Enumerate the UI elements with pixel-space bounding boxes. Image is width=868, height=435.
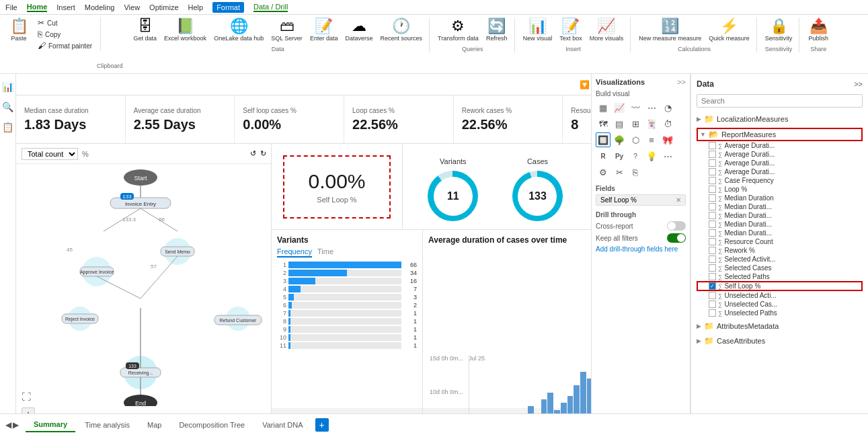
data-item-checkbox[interactable] [709,238,716,245]
data-item[interactable]: ∑Median Durati... [697,202,863,211]
data-item[interactable]: ∑Unselected Cas... [697,300,863,309]
sidebar-model-icon[interactable]: 📋 [0,120,15,134]
menu-modeling[interactable]: Modeling [85,3,115,11]
tab-summary[interactable]: Summary [26,418,75,432]
tab-time[interactable]: Time [317,247,333,258]
data-item-checkbox[interactable] [709,212,716,219]
menu-optimize[interactable]: Optimize [149,3,178,11]
localization-group-header[interactable]: ▶ 📁 LocalizationMeasures [697,113,863,125]
viz-icon-funnel[interactable]: ⬡ [628,132,643,147]
viz-icon-cut[interactable]: ✂ [612,165,627,180]
publish-button[interactable]: 📤 Publish [805,17,832,43]
viz-icon-more[interactable]: ⋯ [660,149,675,163]
data-item[interactable]: ∑Median Durati... [697,211,863,220]
more-visuals-button[interactable]: 📈 More visuals [587,17,627,43]
field-remove-icon[interactable]: ✕ [676,196,681,204]
sensitivity-button[interactable]: 🔒 Sensitivity [762,17,795,43]
viz-icon-gauge[interactable]: ⏱ [660,116,675,131]
data-item[interactable]: ∑Average Durati... [697,141,863,150]
tab-prev-arrow[interactable]: ◀ [5,420,11,430]
viz-icon-decomp[interactable]: 🌳 [612,132,627,147]
data-item[interactable]: ∑Average Durati... [697,150,863,159]
menu-format[interactable]: Format [212,2,244,13]
dataverse-button[interactable]: ☁ Dataverse [342,17,375,43]
viz-icon-custom[interactable]: 🔲 [596,132,610,147]
viz-icon-card[interactable]: 🃏 [644,116,659,131]
data-item-checkbox[interactable] [709,142,716,149]
data-item[interactable]: ∑Selected Activit... [697,255,863,264]
tab-next-arrow[interactable]: ▶ [13,420,19,430]
viz-icon-scatter[interactable]: ⋯ [644,100,659,115]
sql-button[interactable]: 🗃 SQL Server [268,17,305,43]
data-item-checkbox[interactable] [709,203,716,210]
new-measure-button[interactable]: 🔢 New measure measure [636,17,704,43]
data-item[interactable]: ∑Loop % [697,185,863,194]
data-item-checkbox[interactable] [709,151,716,158]
tab-decomposition-tree[interactable]: Decomposition Tree [171,418,253,432]
get-data-button[interactable]: 🗄 Get data [131,17,160,43]
fullscreen-button[interactable]: ⛶ [22,391,35,402]
menu-help[interactable]: Help [188,3,204,11]
excel-button[interactable]: 📗 Excel workbook [161,17,209,43]
viz-icon-waterfall[interactable]: ≡ [644,132,659,147]
viz-icon-r[interactable]: R [596,149,610,163]
data-item-checkbox[interactable] [709,292,716,299]
case-group-header[interactable]: ▶ 📁 CaseAttributes [697,335,863,347]
attributes-group-header[interactable]: ▶ 📁 AttributesMetadata [697,320,863,332]
data-item-checkbox[interactable] [709,273,716,280]
viz-icon-qna[interactable]: ? [628,149,643,163]
format-painter-button[interactable]: 🖌 Format painter [35,40,95,51]
copy-button[interactable]: ⎘ Copy [35,29,95,40]
keep-all-toggle[interactable] [667,233,686,243]
data-item-checkbox[interactable]: ✓ [709,282,716,290]
text-box-button[interactable]: 📝 Text box [557,17,585,43]
viz-icon-copy2[interactable]: ⎘ [628,165,643,180]
viz-icon-ribbon[interactable]: 🎀 [660,132,675,147]
data-item[interactable]: ∑Selected Paths [697,272,863,281]
sidebar-report-icon[interactable]: 📊 [0,79,15,94]
data-item-checkbox[interactable] [709,264,716,272]
data-item[interactable]: ∑Median Durati... [697,220,863,229]
new-visual-button[interactable]: 📊 New visual [520,17,555,43]
tab-variant-dna[interactable]: Variant DNA [254,418,311,432]
tab-time-analysis[interactable]: Time analysis [77,418,138,432]
onelake-button[interactable]: 🌐 OneLake data hub [211,17,266,43]
enter-data-button[interactable]: 📝 Enter data [307,17,341,43]
tab-frequency[interactable]: Frequency [277,247,312,258]
viz-icon-line[interactable]: 📈 [612,100,627,115]
data-item-checkbox[interactable] [709,194,716,202]
redo-icon-flow[interactable]: ↻ [260,149,266,158]
data-item[interactable]: ∑Unselected Acti... [697,291,863,300]
data-item[interactable]: ∑Case Frequency [697,176,863,185]
data-item-checkbox[interactable] [709,168,716,175]
menu-file[interactable]: File [5,3,17,11]
viz-icon-table[interactable]: ▤ [612,116,627,131]
refresh-button[interactable]: 🔄 Refresh [483,17,510,43]
menu-home[interactable]: Home [27,3,48,12]
viz-icon-matrix[interactable]: ⊞ [628,116,643,131]
menu-view[interactable]: View [124,3,140,11]
data-item-checkbox[interactable] [709,177,716,184]
quick-measure-button[interactable]: ⚡ Quick measure [706,17,752,43]
data-item[interactable]: ∑Average Durati... [697,167,863,176]
data-item-checkbox[interactable] [709,159,716,167]
data-item-checkbox[interactable] [709,186,716,193]
data-panel-expand[interactable]: >> [854,80,863,88]
data-item-checkbox[interactable] [709,301,716,308]
viz-icon-settings[interactable]: ⚙ [596,165,610,180]
viz-icon-area[interactable]: 〰 [628,100,643,115]
data-item[interactable]: ∑Resource Count [697,237,863,246]
data-item-checkbox[interactable] [709,255,716,263]
viz-icon-pie[interactable]: ◔ [660,100,675,115]
viz-icon-bar[interactable]: ▦ [596,100,610,115]
recent-sources-button[interactable]: 🕐 Recent sources [377,17,425,43]
add-drill-button[interactable]: Add drill-through fields here [596,245,686,253]
viz-icon-map[interactable]: 🗺 [596,116,610,131]
cut-button[interactable]: ✂ Cut [35,17,95,28]
data-item[interactable]: ∑Average Durati... [697,159,863,167]
data-item-checkbox[interactable] [709,309,716,317]
viz-expand-button[interactable]: >> [677,78,686,86]
menu-datadrill[interactable]: Data / Drill [253,3,288,12]
menu-insert[interactable]: Insert [56,3,75,11]
data-item[interactable]: ∑Median Durati... [697,229,863,237]
